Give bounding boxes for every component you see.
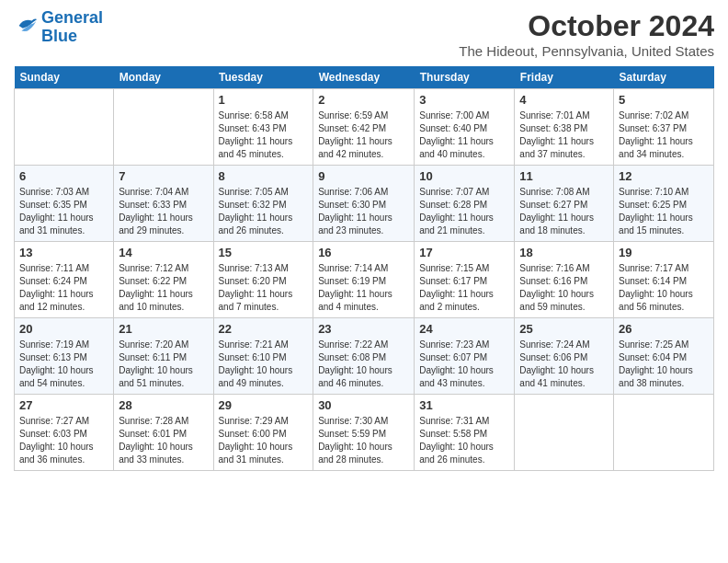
calendar-week-row: 6Sunrise: 7:03 AMSunset: 6:35 PMDaylight… bbox=[15, 166, 714, 242]
day-number: 13 bbox=[19, 246, 108, 259]
day-info: Sunrise: 7:02 AMSunset: 6:37 PMDaylight:… bbox=[619, 109, 709, 161]
day-number: 27 bbox=[19, 398, 108, 412]
day-number: 4 bbox=[519, 93, 609, 107]
weekday-header: Monday bbox=[114, 66, 213, 89]
calendar-day-cell: 15Sunrise: 7:13 AMSunset: 6:20 PMDayligh… bbox=[213, 242, 313, 318]
day-info: Sunrise: 7:29 AMSunset: 6:00 PMDaylight:… bbox=[219, 415, 309, 466]
day-number: 22 bbox=[219, 322, 309, 336]
day-info: Sunrise: 6:58 AMSunset: 6:43 PMDaylight:… bbox=[219, 109, 309, 161]
day-number: 11 bbox=[519, 169, 609, 183]
day-number: 2 bbox=[318, 93, 409, 107]
calendar-day-cell: 7Sunrise: 7:04 AMSunset: 6:33 PMDaylight… bbox=[114, 166, 213, 242]
weekday-header: Sunday bbox=[15, 66, 114, 89]
calendar-day-cell: 10Sunrise: 7:07 AMSunset: 6:28 PMDayligh… bbox=[415, 166, 515, 242]
day-info: Sunrise: 7:23 AMSunset: 6:07 PMDaylight:… bbox=[419, 339, 509, 390]
calendar-week-row: 27Sunrise: 7:27 AMSunset: 6:03 PMDayligh… bbox=[15, 395, 714, 471]
calendar-day-cell: 13Sunrise: 7:11 AMSunset: 6:24 PMDayligh… bbox=[15, 242, 114, 318]
day-number: 30 bbox=[318, 398, 409, 412]
calendar-week-row: 1Sunrise: 6:58 AMSunset: 6:43 PMDaylight… bbox=[15, 89, 714, 166]
calendar-day-cell: 14Sunrise: 7:12 AMSunset: 6:22 PMDayligh… bbox=[114, 242, 213, 318]
calendar-day-cell: 8Sunrise: 7:05 AMSunset: 6:32 PMDaylight… bbox=[213, 166, 313, 242]
day-number: 16 bbox=[318, 246, 409, 259]
day-number: 19 bbox=[619, 246, 709, 259]
calendar-day-cell: 31Sunrise: 7:31 AMSunset: 5:58 PMDayligh… bbox=[415, 395, 515, 471]
calendar-day-cell: 24Sunrise: 7:23 AMSunset: 6:07 PMDayligh… bbox=[415, 318, 515, 395]
calendar-day-cell: 25Sunrise: 7:24 AMSunset: 6:06 PMDayligh… bbox=[515, 318, 614, 395]
day-info: Sunrise: 7:20 AMSunset: 6:11 PMDaylight:… bbox=[119, 339, 208, 390]
page-header: General Blue October 2024 The Hideout, P… bbox=[14, 9, 714, 59]
calendar-day-cell: 20Sunrise: 7:19 AMSunset: 6:13 PMDayligh… bbox=[15, 318, 114, 395]
calendar-day-cell: 4Sunrise: 7:01 AMSunset: 6:38 PMDaylight… bbox=[515, 89, 614, 166]
calendar-day-cell: 28Sunrise: 7:28 AMSunset: 6:01 PMDayligh… bbox=[114, 395, 213, 471]
calendar-day-cell: 30Sunrise: 7:30 AMSunset: 5:59 PMDayligh… bbox=[313, 395, 415, 471]
day-info: Sunrise: 7:12 AMSunset: 6:22 PMDaylight:… bbox=[119, 262, 208, 314]
day-number: 10 bbox=[419, 169, 509, 183]
day-info: Sunrise: 7:00 AMSunset: 6:40 PMDaylight:… bbox=[419, 109, 509, 161]
calendar-day-cell: 19Sunrise: 7:17 AMSunset: 6:14 PMDayligh… bbox=[614, 242, 714, 318]
day-info: Sunrise: 7:06 AMSunset: 6:30 PMDaylight:… bbox=[318, 186, 409, 237]
day-number: 3 bbox=[419, 93, 509, 107]
day-number: 9 bbox=[318, 169, 409, 183]
day-info: Sunrise: 7:24 AMSunset: 6:06 PMDaylight:… bbox=[519, 339, 609, 390]
day-info: Sunrise: 7:28 AMSunset: 6:01 PMDaylight:… bbox=[119, 415, 208, 466]
calendar-day-cell: 22Sunrise: 7:21 AMSunset: 6:10 PMDayligh… bbox=[213, 318, 313, 395]
calendar-day-cell: 21Sunrise: 7:20 AMSunset: 6:11 PMDayligh… bbox=[114, 318, 213, 395]
calendar-day-cell: 9Sunrise: 7:06 AMSunset: 6:30 PMDaylight… bbox=[313, 166, 415, 242]
day-info: Sunrise: 7:04 AMSunset: 6:33 PMDaylight:… bbox=[119, 186, 208, 237]
day-info: Sunrise: 7:31 AMSunset: 5:58 PMDaylight:… bbox=[419, 415, 509, 466]
weekday-header: Saturday bbox=[614, 66, 714, 89]
calendar-day-cell: 3Sunrise: 7:00 AMSunset: 6:40 PMDaylight… bbox=[415, 89, 515, 166]
day-info: Sunrise: 7:17 AMSunset: 6:14 PMDaylight:… bbox=[619, 262, 709, 314]
calendar-table: SundayMondayTuesdayWednesdayThursdayFrid… bbox=[14, 66, 714, 471]
day-number: 6 bbox=[19, 169, 108, 183]
day-number: 20 bbox=[19, 322, 108, 336]
day-info: Sunrise: 7:05 AMSunset: 6:32 PMDaylight:… bbox=[219, 186, 309, 237]
calendar-day-cell: 23Sunrise: 7:22 AMSunset: 6:08 PMDayligh… bbox=[313, 318, 415, 395]
day-info: Sunrise: 7:07 AMSunset: 6:28 PMDaylight:… bbox=[419, 186, 509, 237]
calendar-day-cell: 18Sunrise: 7:16 AMSunset: 6:16 PMDayligh… bbox=[515, 242, 614, 318]
logo-text-line1: General bbox=[41, 9, 103, 28]
day-number: 23 bbox=[318, 322, 409, 336]
logo: General Blue bbox=[14, 9, 103, 46]
day-number: 31 bbox=[419, 398, 509, 412]
day-info: Sunrise: 7:19 AMSunset: 6:13 PMDaylight:… bbox=[19, 339, 108, 390]
day-info: Sunrise: 6:59 AMSunset: 6:42 PMDaylight:… bbox=[318, 109, 409, 161]
day-number: 1 bbox=[219, 93, 309, 107]
day-info: Sunrise: 7:01 AMSunset: 6:38 PMDaylight:… bbox=[519, 109, 609, 161]
day-info: Sunrise: 7:30 AMSunset: 5:59 PMDaylight:… bbox=[318, 415, 409, 466]
calendar-week-row: 20Sunrise: 7:19 AMSunset: 6:13 PMDayligh… bbox=[15, 318, 714, 395]
calendar-day-cell: 26Sunrise: 7:25 AMSunset: 6:04 PMDayligh… bbox=[614, 318, 714, 395]
calendar-day-cell: 16Sunrise: 7:14 AMSunset: 6:19 PMDayligh… bbox=[313, 242, 415, 318]
day-number: 18 bbox=[519, 246, 609, 259]
day-number: 21 bbox=[119, 322, 208, 336]
calendar-day-cell bbox=[15, 89, 114, 166]
calendar-day-cell: 11Sunrise: 7:08 AMSunset: 6:27 PMDayligh… bbox=[515, 166, 614, 242]
day-number: 24 bbox=[419, 322, 509, 336]
calendar-day-cell: 27Sunrise: 7:27 AMSunset: 6:03 PMDayligh… bbox=[15, 395, 114, 471]
weekday-header: Tuesday bbox=[213, 66, 313, 89]
calendar-day-cell: 17Sunrise: 7:15 AMSunset: 6:17 PMDayligh… bbox=[415, 242, 515, 318]
day-info: Sunrise: 7:15 AMSunset: 6:17 PMDaylight:… bbox=[419, 262, 509, 314]
calendar-day-cell: 2Sunrise: 6:59 AMSunset: 6:42 PMDaylight… bbox=[313, 89, 415, 166]
day-number: 29 bbox=[219, 398, 309, 412]
day-info: Sunrise: 7:25 AMSunset: 6:04 PMDaylight:… bbox=[619, 339, 709, 390]
weekday-header: Thursday bbox=[415, 66, 515, 89]
day-info: Sunrise: 7:13 AMSunset: 6:20 PMDaylight:… bbox=[219, 262, 309, 314]
day-number: 8 bbox=[219, 169, 309, 183]
day-number: 15 bbox=[219, 246, 309, 259]
calendar-day-cell: 6Sunrise: 7:03 AMSunset: 6:35 PMDaylight… bbox=[15, 166, 114, 242]
day-info: Sunrise: 7:27 AMSunset: 6:03 PMDaylight:… bbox=[19, 415, 108, 466]
day-number: 28 bbox=[119, 398, 208, 412]
day-info: Sunrise: 7:21 AMSunset: 6:10 PMDaylight:… bbox=[219, 339, 309, 390]
calendar-day-cell: 5Sunrise: 7:02 AMSunset: 6:37 PMDaylight… bbox=[614, 89, 714, 166]
day-info: Sunrise: 7:08 AMSunset: 6:27 PMDaylight:… bbox=[519, 186, 609, 237]
month-title: October 2024 bbox=[459, 9, 714, 43]
day-number: 17 bbox=[419, 246, 509, 259]
day-info: Sunrise: 7:10 AMSunset: 6:25 PMDaylight:… bbox=[619, 186, 709, 237]
title-block: October 2024 The Hideout, Pennsylvania, … bbox=[459, 9, 714, 59]
day-number: 5 bbox=[619, 93, 709, 107]
day-number: 25 bbox=[519, 322, 609, 336]
day-number: 14 bbox=[119, 246, 208, 259]
weekday-header-row: SundayMondayTuesdayWednesdayThursdayFrid… bbox=[15, 66, 714, 89]
calendar-day-cell bbox=[114, 89, 213, 166]
